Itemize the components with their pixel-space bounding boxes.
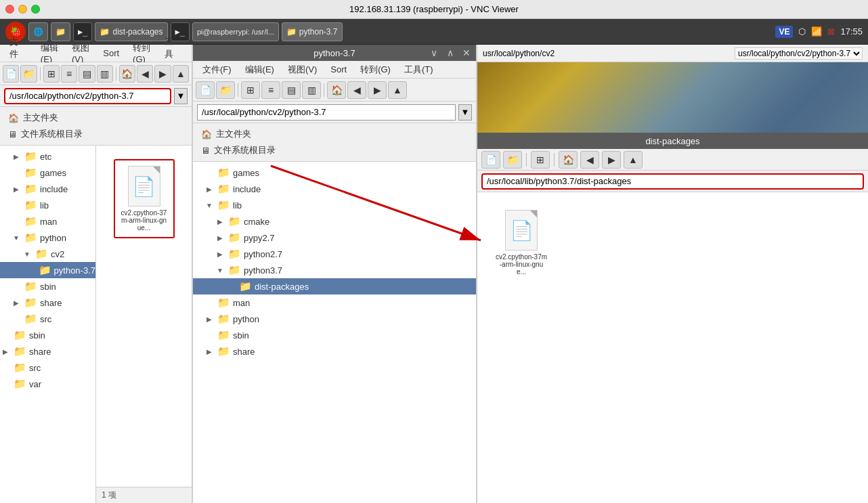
middle-view2-btn[interactable]: ≡ xyxy=(261,81,280,99)
middle-menu-sort[interactable]: Sort xyxy=(325,63,352,76)
middle-menu-goto[interactable]: 转到(G) xyxy=(355,62,396,77)
middle-expand-btn[interactable]: ∧ xyxy=(443,47,457,58)
dist-packages-button[interactable]: 📁 dist-packages xyxy=(95,22,167,41)
tree-item-man[interactable]: 📁 man xyxy=(0,213,95,229)
python37-button[interactable]: 📁 python-3.7 xyxy=(282,22,343,41)
right-address-input[interactable] xyxy=(481,173,864,190)
m-tree-man[interactable]: 📁 man xyxy=(193,294,476,311)
fold-corner xyxy=(153,167,160,173)
panel-left: 文件(F) 编辑(E) 视图(V) Sort 转到(G) 工具(T) 📄 📁 ⊞… xyxy=(0,45,193,503)
minimize-button[interactable] xyxy=(18,5,27,14)
terminal-button-1[interactable]: ▶_ xyxy=(73,22,92,41)
middle-view1-btn[interactable]: ⊞ xyxy=(241,81,260,99)
tree-item-etc[interactable]: ▶ 📁 etc xyxy=(0,148,95,165)
left-back-btn[interactable]: ◀ xyxy=(137,65,153,83)
middle-new-btn[interactable]: 📄 xyxy=(196,81,215,99)
right-cv2-file[interactable]: 📄 cv2.cpython-37m-arm-linux-gnue... xyxy=(491,206,552,280)
m-tree-python[interactable]: ▶ 📁 python xyxy=(193,311,476,327)
left-forward-btn[interactable]: ▶ xyxy=(154,65,171,83)
middle-close-btn[interactable]: ✕ xyxy=(460,47,473,58)
right-up-btn[interactable]: ▲ xyxy=(624,151,643,169)
left-menu-sort[interactable]: Sort xyxy=(97,47,125,60)
left-list-btn[interactable]: ≡ xyxy=(61,65,77,83)
tree-item-include[interactable]: ▶ 📁 include xyxy=(0,181,95,197)
m-tree-dist-packages[interactable]: 📁 dist-packages xyxy=(193,278,476,294)
right-cv2-file-icon: 📄 xyxy=(505,210,538,250)
tree-item-share2[interactable]: ▶ 📁 share xyxy=(0,343,95,359)
left-up-btn[interactable]: ▲ xyxy=(173,65,189,83)
tree-item-sbin[interactable]: 📁 sbin xyxy=(0,278,95,294)
middle-home-btn[interactable]: 🏠 xyxy=(327,81,346,99)
right-fwd-btn[interactable]: ▶ xyxy=(602,151,621,169)
right-open-btn[interactable]: 📁 xyxy=(503,151,522,169)
folder-games-icon: 📁 xyxy=(24,167,37,179)
middle-address-input[interactable] xyxy=(197,104,456,121)
right-addressbar: 📄 📁 ⊞ 🏠 ◀ ▶ ▲ xyxy=(477,149,868,171)
folder-var-icon: 📁 xyxy=(14,378,26,390)
tree-item-share[interactable]: ▶ 📁 share xyxy=(0,294,95,311)
middle-chevron-btn[interactable]: ∨ xyxy=(427,47,441,58)
middle-address-dropdown[interactable]: ▼ xyxy=(458,104,472,121)
m-folder-man: 📁 xyxy=(217,297,230,309)
tree-item-games[interactable]: 📁 games xyxy=(0,165,95,181)
folder-button[interactable]: 📁 xyxy=(51,22,70,41)
tree-item-cv2[interactable]: ▼ 📁 cv2 xyxy=(0,246,95,262)
middle-body: 📁 games ▶ 📁 include ▼ 📁 lib ▶ 📁 cmake xyxy=(193,162,476,503)
middle-open-btn[interactable]: 📁 xyxy=(216,81,235,99)
m-tree-lib[interactable]: ▼ 📁 lib xyxy=(193,197,476,213)
left-address-dropdown[interactable]: ▼ xyxy=(174,88,188,104)
right-back-btn[interactable]: ◀ xyxy=(580,151,599,169)
pi-terminal-button[interactable]: pi@raspberrypi: /usr/l... xyxy=(192,22,279,41)
left-new-folder-btn[interactable]: 📄 xyxy=(3,65,19,83)
right-new-btn[interactable]: 📄 xyxy=(481,151,500,169)
middle-menu-file[interactable]: 文件(F) xyxy=(197,62,237,77)
toggle-share2: ▶ xyxy=(0,348,11,355)
middle-place-root[interactable]: 🖥 文件系统根目录 xyxy=(193,142,476,158)
middle-view4-btn[interactable]: ▥ xyxy=(302,81,321,99)
left-place-home[interactable]: 🏠 主文件夹 xyxy=(0,110,192,126)
m-tree-pypy27[interactable]: ▶ 📁 pypy2.7 xyxy=(193,229,476,246)
tree-item-lib[interactable]: 📁 lib xyxy=(0,197,95,213)
tree-item-src[interactable]: 📁 src xyxy=(0,311,95,327)
middle-menu-view[interactable]: 视图(V) xyxy=(282,62,322,77)
m-tree-python37[interactable]: ▼ 📁 python3.7 xyxy=(193,262,476,278)
middle-back-btn[interactable]: ◀ xyxy=(347,81,366,99)
middle-sep2 xyxy=(324,83,324,97)
left-view-btn[interactable]: ⊞ xyxy=(43,65,60,83)
m-tree-cmake[interactable]: ▶ 📁 cmake xyxy=(193,213,476,229)
right-path-dropdown[interactable]: usr/local/python/cv2/python-3.7 xyxy=(735,47,863,60)
tree-item-src2[interactable]: 📁 src xyxy=(0,359,95,376)
tree-item-var[interactable]: 📁 var xyxy=(0,376,95,392)
middle-place-home[interactable]: 🏠 主文件夹 xyxy=(193,126,476,142)
tree-item-sbin2[interactable]: 📁 sbin xyxy=(0,327,95,343)
m-toggle-python37: ▼ xyxy=(215,267,225,274)
left-address-input[interactable] xyxy=(4,88,171,104)
middle-menu-edit[interactable]: 编辑(E) xyxy=(240,62,280,77)
m-tree-python27[interactable]: ▶ 📁 python2.7 xyxy=(193,246,476,262)
left-tree-btn[interactable]: ▥ xyxy=(97,65,113,83)
window-controls[interactable] xyxy=(5,5,40,14)
right-home-btn[interactable]: 🏠 xyxy=(559,151,578,169)
middle-title-buttons[interactable]: ∨ ∧ ✕ xyxy=(427,47,473,58)
middle-root-icon: 🖥 xyxy=(201,146,210,156)
middle-menu-tools[interactable]: 工具(T) xyxy=(399,62,439,77)
left-open-btn[interactable]: 📁 xyxy=(20,65,37,83)
m-tree-include[interactable]: ▶ 📁 include xyxy=(193,181,476,197)
middle-up-btn[interactable]: ▲ xyxy=(388,81,407,99)
right-bg-image: usr/local/python/cv2 usr/local/python/cv… xyxy=(477,45,868,133)
m-tree-sbin[interactable]: 📁 sbin xyxy=(193,327,476,343)
maximize-button[interactable] xyxy=(31,5,40,14)
tree-item-python[interactable]: ▼ 📁 python xyxy=(0,229,95,246)
left-cv2-file[interactable]: 📄 cv2.cpython-37m-arm-linux-gnue... xyxy=(114,159,175,238)
m-tree-games[interactable]: 📁 games xyxy=(193,165,476,181)
left-place-root[interactable]: 🖥 文件系统根目录 xyxy=(0,126,192,142)
left-detail-btn[interactable]: ▤ xyxy=(79,65,95,83)
tree-item-python37[interactable]: 📁 python-3.7 xyxy=(0,262,95,278)
close-button[interactable] xyxy=(5,5,14,14)
m-label-games: games xyxy=(233,168,259,178)
middle-view3-btn[interactable]: ▤ xyxy=(282,81,301,99)
right-view1-btn[interactable]: ⊞ xyxy=(531,151,550,169)
middle-fwd-btn[interactable]: ▶ xyxy=(368,81,387,99)
m-tree-share[interactable]: ▶ 📁 share xyxy=(193,343,476,359)
left-home-btn[interactable]: 🏠 xyxy=(119,65,135,83)
